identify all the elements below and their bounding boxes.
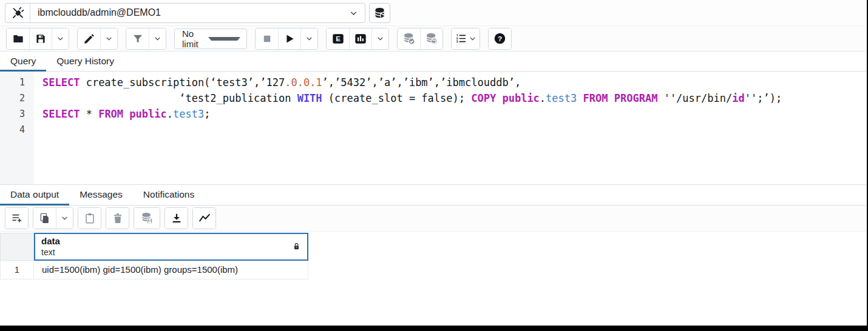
code-line: SELECT create_subscription(‘test3’,’127.… [42, 75, 867, 90]
column-header-data[interactable]: data text [34, 233, 308, 261]
copy-options-dropdown[interactable] [56, 208, 73, 229]
connection-value: ibmclouddb/admin@DEMO1 [30, 7, 342, 18]
explain-button[interactable]: E [327, 28, 349, 49]
floppy-disk-icon [35, 33, 47, 45]
column-name: data [41, 235, 292, 247]
row-limit-select[interactable]: No limit [174, 28, 247, 49]
tab-messages-label: Messages [80, 189, 123, 200]
database-undo-icon [425, 32, 438, 45]
save-data-changes-button[interactable] [134, 208, 160, 229]
macro-button-group [451, 28, 480, 50]
line-number: 4 [0, 122, 34, 138]
tab-query[interactable]: Query [0, 52, 46, 71]
filter-button[interactable] [126, 28, 149, 49]
chevron-down-icon [105, 35, 113, 42]
tab-data-output-label: Data output [10, 189, 59, 200]
database-save-icon [140, 212, 154, 225]
row-data-cell[interactable]: uid=1500(ibm) gid=1500(ibm) groups=1500(… [34, 261, 308, 279]
chevron-down-icon [154, 35, 161, 42]
edit-button-group [77, 28, 118, 50]
tab-query-history[interactable]: Query History [46, 52, 124, 71]
delete-rows-button[interactable] [106, 208, 129, 229]
line-number: 3 [0, 106, 34, 122]
tab-query-history-label: Query History [56, 56, 114, 67]
new-connection-button[interactable] [369, 3, 390, 23]
graph-visualiser-button[interactable] [193, 208, 215, 229]
rows-plus-icon [11, 212, 23, 224]
execute-options-dropdown[interactable] [300, 28, 317, 49]
save-results-to-file-button[interactable] [165, 208, 188, 229]
save-data-group [134, 207, 160, 229]
tab-messages[interactable]: Messages [69, 185, 133, 205]
editor-tabbar: Query Query History [0, 52, 867, 72]
explain-analyze-button[interactable] [349, 28, 371, 49]
funnel-icon [132, 33, 144, 45]
stop-square-icon [262, 33, 273, 44]
save-file-button[interactable] [29, 28, 52, 49]
edit-options-dropdown[interactable] [100, 28, 117, 49]
stop-button[interactable] [256, 28, 278, 49]
copy-button[interactable] [33, 208, 56, 229]
paste-button[interactable] [78, 208, 101, 229]
execute-button-group [255, 28, 318, 50]
clipboard-icon [84, 212, 96, 224]
help-button[interactable]: ? [489, 28, 511, 49]
chevron-down-icon [56, 35, 64, 42]
rollback-button[interactable] [420, 28, 442, 49]
code-line: ‘test2_publication WITH (create_slot = f… [42, 90, 867, 106]
save-options-dropdown[interactable] [52, 28, 69, 49]
database-connect-icon [373, 7, 386, 19]
execute-query-button[interactable] [278, 28, 300, 49]
copy-group [33, 207, 73, 229]
trash-icon [112, 212, 124, 224]
row-limit-value: No limit [182, 28, 208, 49]
row-number[interactable]: 1 [0, 261, 34, 279]
output-tabbar: Data output Messages Notifications [0, 184, 867, 206]
paste-group [78, 207, 101, 229]
output-toolbar [0, 206, 867, 232]
explain-options-dropdown[interactable] [371, 28, 388, 49]
grid-header-row: data text [0, 233, 867, 261]
caret-down-icon [208, 37, 240, 41]
chevron-down-icon [61, 214, 69, 222]
copy-pages-icon [39, 212, 51, 224]
transaction-button-group [397, 28, 443, 50]
connection-selector[interactable]: ibmclouddb/admin@DEMO1 [5, 3, 365, 23]
column-type: text [41, 247, 292, 258]
line-number: 2 [0, 90, 34, 106]
svg-text:E: E [336, 35, 341, 42]
filter-options-dropdown[interactable] [149, 28, 166, 49]
tab-query-label: Query [10, 56, 36, 67]
line-number: 1 [0, 75, 34, 90]
results-grid: data text 1 uid=1500(ibm) gid=1500(ibm) … [0, 232, 867, 326]
edit-button[interactable] [78, 28, 100, 49]
pencil-icon [83, 33, 95, 45]
chevron-down-icon [469, 35, 476, 42]
help-button-group: ? [488, 28, 512, 50]
screen: ibmclouddb/admin@DEMO1 [0, 0, 868, 331]
lock-icon [292, 242, 301, 251]
macros-dropdown[interactable] [452, 28, 480, 49]
filter-button-group [126, 28, 166, 50]
connection-bar: ibmclouddb/admin@DEMO1 [0, 0, 867, 26]
grid-corner-cell[interactable] [0, 233, 34, 261]
tab-data-output[interactable]: Data output [0, 185, 69, 205]
delete-group [106, 207, 129, 229]
open-file-button[interactable] [7, 28, 29, 49]
add-row-button[interactable] [5, 208, 28, 229]
chevron-down-icon [376, 35, 384, 42]
numbered-list-icon [455, 33, 467, 44]
query-toolbar: No limit E [0, 26, 867, 52]
sql-editor[interactable]: 1234 SELECT create_subscription(‘test3’,… [0, 72, 867, 184]
question-circle-icon: ? [493, 32, 506, 45]
table-row[interactable]: 1 uid=1500(ibm) gid=1500(ibm) groups=150… [0, 261, 867, 279]
commit-button[interactable] [398, 28, 420, 49]
line-graph-icon [198, 212, 211, 224]
tab-notifications[interactable]: Notifications [133, 185, 205, 205]
chevron-down-icon [342, 8, 365, 18]
column-header-text: data text [41, 235, 292, 258]
code-lines[interactable]: SELECT create_subscription(‘test3’,’127.… [34, 72, 867, 184]
chevron-down-icon [305, 35, 313, 42]
connection-status-icon [5, 4, 30, 22]
file-button-group [6, 28, 69, 50]
